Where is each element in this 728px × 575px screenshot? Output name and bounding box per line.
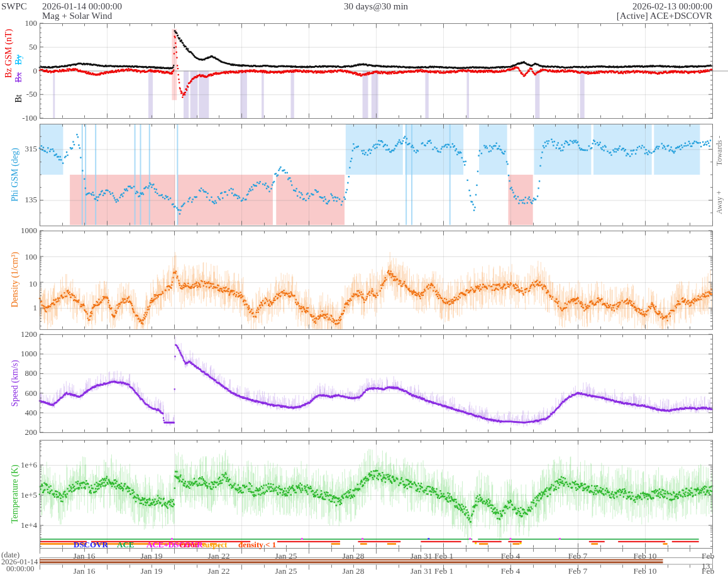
date-tick-bottom: Jan 25 bbox=[275, 566, 297, 575]
legend-suspect: suspect bbox=[202, 540, 227, 550]
axis-label-away: Away + bbox=[715, 190, 724, 214]
date-tick-bottom: Jan 31 Feb 1 bbox=[411, 566, 454, 575]
date-tick-bottom: Feb 7 bbox=[568, 566, 587, 575]
ytick-mag: 100 bbox=[6, 18, 37, 28]
date-tick-bottom: Feb 13 bbox=[702, 566, 719, 575]
ytick-mag: -100 bbox=[6, 113, 37, 123]
ytick-mag: 50 bbox=[6, 42, 37, 52]
ytick-temp: 1e+5 bbox=[6, 490, 37, 500]
ytick-speed: 200 bbox=[6, 427, 37, 437]
axis-label-towards: Towards - bbox=[715, 136, 724, 166]
ytick-density: 100 bbox=[6, 252, 37, 262]
ytick-speed: 1200 bbox=[6, 329, 37, 339]
date-range-scrollbar[interactable] bbox=[40, 557, 712, 565]
date-tick-bottom: Jan 16 bbox=[74, 566, 96, 575]
legend-error: error bbox=[180, 540, 198, 550]
ytick-mag: 0 bbox=[6, 66, 37, 76]
axis-label-phi: Phi GSM (deg) bbox=[10, 148, 20, 202]
ytick-density: 10 bbox=[6, 279, 37, 289]
ytick-speed: 600 bbox=[6, 388, 37, 398]
ytick-temp: 1e+6 bbox=[6, 460, 37, 470]
ytick-speed: 400 bbox=[6, 408, 37, 418]
swpc-solar-wind-dashboard: SWPC 2026-01-14 00:00:00 Mag + Solar Win… bbox=[0, 0, 728, 575]
ytick-phi: 315 bbox=[6, 144, 37, 154]
date-tick-bottom: Jan 19 bbox=[141, 566, 163, 575]
solar-wind-plot-canvas bbox=[0, 0, 728, 575]
date-tick-bottom: Jan 28 bbox=[343, 566, 365, 575]
ytick-mag: -50 bbox=[6, 89, 37, 99]
date-tick-bottom: Feb 10 bbox=[633, 566, 656, 575]
data-source-mode: [Active] ACE+DSCOVR bbox=[617, 11, 712, 21]
axis-label-speed: Speed (km/s) bbox=[10, 360, 20, 407]
ytick-speed: 800 bbox=[6, 368, 37, 378]
legend-ace: ACE bbox=[117, 540, 134, 550]
ytick-speed: 1000 bbox=[6, 349, 37, 359]
date-tick-bottom: Feb 4 bbox=[501, 566, 520, 575]
ytick-phi: 135 bbox=[6, 195, 37, 205]
ytick-density: 1 bbox=[6, 303, 37, 313]
ytick-density: 1000 bbox=[6, 226, 37, 236]
axis-label-by-disabled: By bbox=[14, 55, 24, 65]
date-axis-start-time: 00:00:00 bbox=[6, 564, 34, 574]
plot-title: Mag + Solar Wind bbox=[42, 11, 112, 21]
legend-density-lt1: density < 1 bbox=[238, 540, 276, 550]
date-tick-bottom: Jan 22 bbox=[208, 566, 230, 575]
ytick-temp: 1e+4 bbox=[6, 520, 37, 530]
brand-swpc: SWPC bbox=[1, 1, 27, 12]
plot-cadence: 30 days@30 min bbox=[344, 1, 408, 12]
legend-dscovr: DSCOVR bbox=[74, 540, 108, 550]
